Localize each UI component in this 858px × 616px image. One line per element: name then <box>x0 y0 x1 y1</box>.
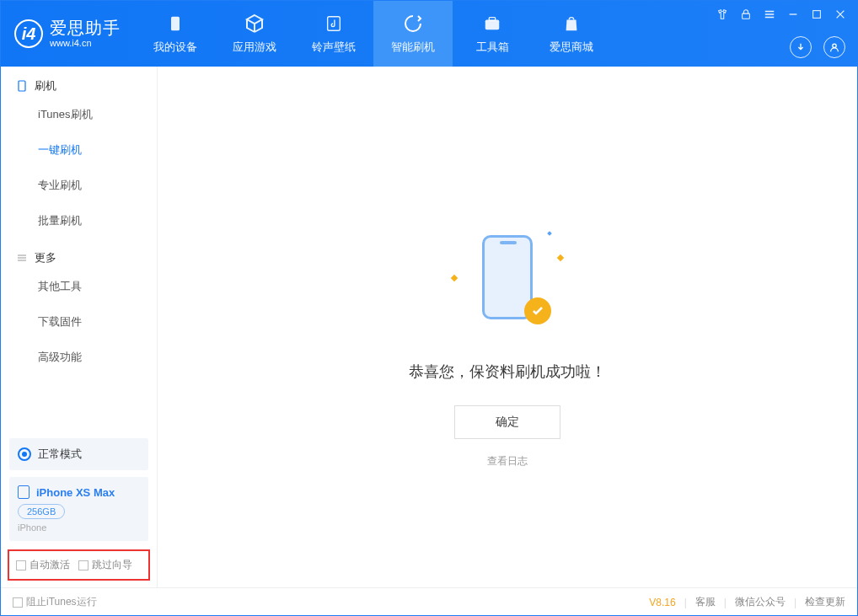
sidebar-section-more: 更多 <box>1 238 157 269</box>
app-name: 爱思助手 <box>50 19 121 38</box>
svg-rect-3 <box>489 18 495 21</box>
checkbox-skip-wizard[interactable]: 跳过向导 <box>78 558 132 572</box>
ok-button[interactable]: 确定 <box>454 405 560 439</box>
footer: 阻止iTunes运行 V8.16 | 客服 | 微信公众号 | 检查更新 <box>1 587 857 616</box>
tab-apps[interactable]: 应用游戏 <box>215 1 294 67</box>
phone-icon <box>16 80 28 92</box>
tab-label: 工具箱 <box>476 40 509 55</box>
close-icon[interactable] <box>834 8 847 21</box>
check-badge-icon <box>524 297 551 324</box>
sidebar-item-itunes[interactable]: iTunes刷机 <box>1 97 157 132</box>
checkbox-label: 自动激活 <box>29 558 70 572</box>
wechat-link[interactable]: 微信公众号 <box>735 595 786 609</box>
device-icon <box>164 13 186 35</box>
download-button[interactable] <box>790 36 812 58</box>
tab-label: 应用游戏 <box>233 40 276 55</box>
music-icon <box>323 13 345 35</box>
tab-label: 铃声壁纸 <box>312 40 356 55</box>
sidebar-item-firmware[interactable]: 下载固件 <box>1 304 157 340</box>
app-url: www.i4.cn <box>50 38 121 49</box>
logo[interactable]: i4 爱思助手 www.i4.cn <box>1 1 136 67</box>
version-label: V8.16 <box>649 597 675 608</box>
lock-icon[interactable] <box>739 8 753 21</box>
checkbox-label: 阻止iTunes运行 <box>26 595 97 609</box>
section-label: 更多 <box>35 250 56 265</box>
sidebar: 刷机 iTunes刷机 一键刷机 专业刷机 批量刷机 更多 其他工具 下载固件 … <box>1 67 158 587</box>
section-label: 刷机 <box>35 78 56 94</box>
list-icon <box>16 252 28 264</box>
shirt-icon[interactable] <box>716 8 729 21</box>
svg-rect-5 <box>813 11 821 19</box>
success-message: 恭喜您，保资料刷机成功啦！ <box>409 362 606 382</box>
main: 刷机 iTunes刷机 一键刷机 专业刷机 批量刷机 更多 其他工具 下载固件 … <box>1 67 857 587</box>
tab-ringtone[interactable]: 铃声壁纸 <box>294 1 373 67</box>
cube-icon <box>244 13 265 35</box>
tab-label: 爱思商城 <box>550 40 593 55</box>
tab-label: 我的设备 <box>153 40 197 55</box>
tab-store[interactable]: 爱思商城 <box>532 1 611 67</box>
device-name: iPhone XS Max <box>36 486 115 499</box>
success-illustration <box>457 235 558 328</box>
mode-icon <box>18 447 31 461</box>
view-log-link[interactable]: 查看日志 <box>487 454 528 469</box>
checkbox-label: 跳过向导 <box>92 558 132 572</box>
device-mode[interactable]: 正常模式 <box>9 438 148 470</box>
sidebar-section-flash: 刷机 <box>1 67 157 97</box>
sidebar-item-advanced[interactable]: 高级功能 <box>1 340 157 375</box>
checkbox-auto-activate[interactable]: 自动激活 <box>16 558 70 572</box>
svg-rect-0 <box>171 17 180 31</box>
svg-point-6 <box>833 44 836 47</box>
tab-toolbox[interactable]: 工具箱 <box>453 1 532 67</box>
header-actions <box>790 36 845 58</box>
refresh-shield-icon <box>402 13 424 35</box>
checkbox-block-itunes[interactable]: 阻止iTunes运行 <box>13 595 97 609</box>
sidebar-item-other[interactable]: 其他工具 <box>1 269 157 304</box>
sidebar-item-batch[interactable]: 批量刷机 <box>1 203 157 238</box>
window-controls <box>716 8 847 21</box>
menu-icon[interactable] <box>763 8 776 21</box>
logo-icon: i4 <box>14 19 43 48</box>
svg-rect-2 <box>485 19 500 29</box>
device-os: iPhone <box>18 522 140 533</box>
svg-rect-7 <box>19 81 25 91</box>
sidebar-options-highlight: 自动激活 跳过向导 <box>8 549 150 581</box>
mode-label: 正常模式 <box>38 447 82 462</box>
svg-rect-1 <box>328 17 341 31</box>
device-card[interactable]: iPhone XS Max 256GB iPhone <box>9 477 148 541</box>
device-icon <box>18 485 29 499</box>
tab-label: 智能刷机 <box>391 40 435 55</box>
update-link[interactable]: 检查更新 <box>805 595 845 609</box>
device-capacity: 256GB <box>18 504 65 519</box>
bag-icon <box>560 13 582 35</box>
user-button[interactable] <box>823 36 845 58</box>
sidebar-item-pro[interactable]: 专业刷机 <box>1 168 157 203</box>
briefcase-icon <box>481 13 503 35</box>
minimize-icon[interactable] <box>786 8 800 21</box>
svg-rect-4 <box>743 13 750 19</box>
support-link[interactable]: 客服 <box>695 595 716 609</box>
maximize-icon[interactable] <box>810 8 823 21</box>
nav-tabs: 我的设备 应用游戏 铃声壁纸 智能刷机 工具箱 爱思商城 <box>136 1 611 67</box>
tab-device[interactable]: 我的设备 <box>136 1 215 67</box>
sidebar-item-oneclick[interactable]: 一键刷机 <box>1 132 157 168</box>
tab-flash[interactable]: 智能刷机 <box>373 1 453 67</box>
header: i4 爱思助手 www.i4.cn 我的设备 应用游戏 铃声壁纸 智能刷机 工具… <box>1 1 857 67</box>
content: 恭喜您，保资料刷机成功啦！ 确定 查看日志 <box>158 67 857 587</box>
